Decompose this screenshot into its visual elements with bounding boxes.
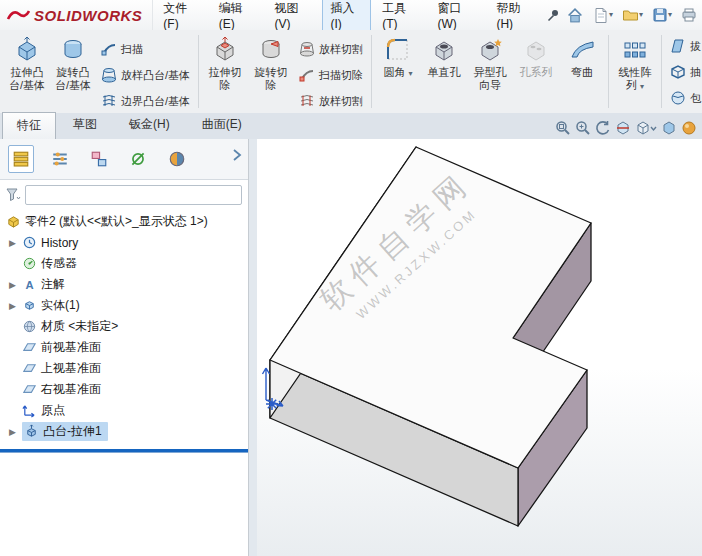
hole-series-icon xyxy=(522,36,550,64)
open-button[interactable]: ▾ xyxy=(619,4,646,26)
selected-tree-item: 凸台-拉伸1 xyxy=(22,422,108,441)
tree-item-front-plane[interactable]: 前视基准面 xyxy=(0,337,248,358)
boundary-cut-button[interactable]: 放样切割 xyxy=(294,89,368,113)
extruded-boss-base-button[interactable]: 拉伸凸台/基体 xyxy=(4,33,50,111)
tree-filter-row xyxy=(0,180,248,209)
display-style-button[interactable] xyxy=(661,120,677,136)
cut-small-column: 放样切割 扫描切除 放样切割 xyxy=(294,33,368,113)
tab-sheet-metal[interactable]: 钣金(H) xyxy=(114,111,185,139)
hole-wizard-button[interactable]: 异型孔向导 xyxy=(467,33,513,111)
hole-wizard-icon xyxy=(476,36,504,64)
shell-button[interactable]: 抽 xyxy=(665,60,702,84)
origin-icon xyxy=(22,403,37,418)
command-manager-ribbon: 拉伸凸台/基体 旋转凸台/基体 扫描 xyxy=(0,30,702,114)
boundary-boss-button[interactable]: 边界凸台/基体 xyxy=(96,89,195,113)
zoom-area-icon xyxy=(575,120,591,136)
draft-button[interactable]: 拔 xyxy=(665,34,702,58)
lofted-boss-button[interactable]: 放样凸台/基体 xyxy=(96,63,195,87)
lofted-cut-icon xyxy=(299,41,315,57)
feature-manager-tab[interactable] xyxy=(8,145,34,173)
configuration-manager-tab[interactable] xyxy=(86,145,112,173)
ds-logo-icon xyxy=(6,7,30,23)
print-button[interactable] xyxy=(678,4,700,26)
solidworks-logo[interactable]: SOLIDWORKS xyxy=(0,0,153,30)
home-button[interactable] xyxy=(563,4,587,27)
linear-pattern-icon xyxy=(621,36,649,64)
draft-icon xyxy=(670,38,686,54)
wrap-icon xyxy=(670,90,686,106)
expand-arrow-icon[interactable]: ▶ xyxy=(9,280,19,290)
brand-name: SOLIDWORKS xyxy=(34,7,142,24)
save-dropdown-icon: ▾ xyxy=(668,11,672,19)
wrap-button[interactable]: 包 xyxy=(665,86,702,110)
extruded-boss-icon xyxy=(13,36,41,64)
tree-item-sensors[interactable]: 传感器 xyxy=(0,253,248,274)
property-manager-tab[interactable] xyxy=(47,145,73,173)
section-view-button[interactable] xyxy=(615,120,631,136)
command-manager-tabs: 特征 草图 钣金(H) 曲面(E) xyxy=(0,113,702,140)
save-button[interactable]: ▾ xyxy=(649,4,675,26)
display-manager-icon xyxy=(168,150,186,168)
filter-funnel-icon[interactable] xyxy=(6,188,21,202)
tab-features[interactable]: 特征 xyxy=(2,112,56,139)
tree-item-part-root[interactable]: 零件2 (默认<<默认>_显示状态 1>) xyxy=(0,211,248,232)
expand-arrow-icon[interactable]: ▶ xyxy=(9,427,19,437)
plane-icon xyxy=(22,361,37,376)
linear-pattern-button[interactable]: 线性阵列 ▾ xyxy=(612,33,658,111)
tab-sketch[interactable]: 草图 xyxy=(58,111,112,139)
solid-bodies-icon xyxy=(22,298,37,313)
lofted-cut-button[interactable]: 放样切割 xyxy=(294,37,368,61)
new-document-button[interactable]: ▾ xyxy=(590,4,616,27)
tree-item-annotations[interactable]: ▶ A 注解 xyxy=(0,274,248,295)
ribbon-separator xyxy=(371,35,372,108)
view-orientation-button[interactable] xyxy=(635,120,657,136)
feature-manager-icon xyxy=(12,150,30,168)
tree-item-origin[interactable]: 原点 xyxy=(0,400,248,421)
previous-view-button[interactable] xyxy=(595,120,611,136)
boundary-boss-icon xyxy=(101,93,117,109)
revolved-cut-button[interactable]: 旋转切除 xyxy=(248,33,294,111)
tab-surfaces[interactable]: 曲面(E) xyxy=(187,111,257,139)
zoom-fit-button[interactable] xyxy=(555,120,571,136)
lofted-boss-icon xyxy=(101,67,117,83)
shell-icon xyxy=(670,64,686,80)
flex-button[interactable]: 弯曲 xyxy=(559,33,605,111)
open-dropdown-icon: ▾ xyxy=(639,11,643,19)
tree-item-top-plane[interactable]: 上视基准面 xyxy=(0,358,248,379)
expand-arrow-icon[interactable]: ▶ xyxy=(9,301,19,311)
plane-icon xyxy=(22,340,37,355)
display-manager-tab[interactable] xyxy=(164,145,190,173)
tree-filter-input[interactable] xyxy=(25,185,242,205)
ribbon-separator xyxy=(608,35,609,108)
expand-panel-button[interactable] xyxy=(230,147,244,167)
simple-hole-icon xyxy=(430,36,458,64)
rollback-bar[interactable] xyxy=(0,449,248,452)
dimxpert-tab[interactable] xyxy=(125,145,151,173)
hole-series-button[interactable]: 孔系列 xyxy=(513,33,559,111)
pin-menu-button[interactable] xyxy=(543,5,563,25)
feature-manager-panel: 零件2 (默认<<默认>_显示状态 1>) ▶ History 传感器 xyxy=(0,139,248,556)
menu-bar: SOLIDWORKS 文件(F) 编辑(E) 视图(V) 插入(I) 工具(T)… xyxy=(0,0,702,31)
graphics-area[interactable]: 软件自学网 WWW.RJZXW.COM xyxy=(257,139,702,556)
tree-item-boss-extrude1[interactable]: ▶ 凸台-拉伸1 xyxy=(0,421,248,442)
swept-cut-button[interactable]: 扫描切除 xyxy=(294,63,368,87)
swept-boss-button[interactable]: 扫描 xyxy=(96,37,195,61)
tree-item-solid-bodies[interactable]: ▶ 实体(1) xyxy=(0,295,248,316)
tree-item-history[interactable]: ▶ History xyxy=(0,232,248,253)
revolved-boss-base-button[interactable]: 旋转凸台/基体 xyxy=(50,33,96,111)
open-folder-icon xyxy=(622,7,639,23)
revolved-cut-icon xyxy=(257,36,285,64)
extruded-cut-icon xyxy=(211,36,239,64)
zoom-area-button[interactable] xyxy=(575,120,591,136)
extruded-cut-button[interactable]: 拉伸切除 xyxy=(202,33,248,111)
tree-item-right-plane[interactable]: 右视基准面 xyxy=(0,379,248,400)
appearance-button[interactable] xyxy=(681,120,697,136)
quick-access-toolbar: ▾ ▾ ▾ xyxy=(563,4,702,27)
fillet-icon xyxy=(384,36,412,64)
expand-arrow-icon[interactable]: ▶ xyxy=(9,238,19,248)
fillet-button[interactable]: 圆角 ▾ xyxy=(375,33,421,111)
feature-modify-group: 圆角 ▾ 单直孔 异型孔向导 xyxy=(375,30,605,113)
simple-hole-button[interactable]: 单直孔 xyxy=(421,33,467,111)
tree-item-material[interactable]: 材质 <未指定> xyxy=(0,316,248,337)
boss-group: 拉伸凸台/基体 旋转凸台/基体 扫描 xyxy=(4,30,195,113)
